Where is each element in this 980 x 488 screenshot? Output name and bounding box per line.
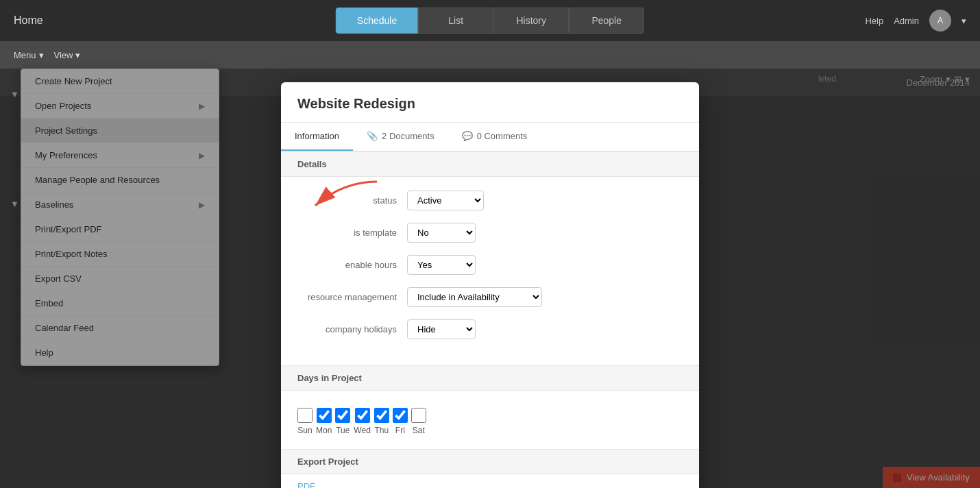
- company-holidays-select[interactable]: Hide Show: [407, 319, 476, 339]
- status-row: status Active On Hold Complete Template: [297, 191, 683, 210]
- admin-link[interactable]: Admin: [894, 16, 919, 26]
- company-holidays-row: company holidays Hide Show: [297, 319, 683, 339]
- resource-management-select[interactable]: Include in Availability Exclude from Ava…: [407, 287, 542, 307]
- status-label: status: [297, 195, 407, 206]
- days-grid: Sun Mon Tue Wed: [297, 408, 683, 435]
- status-select[interactable]: Active On Hold Complete Template: [407, 191, 484, 210]
- day-tue: Tue: [335, 408, 350, 435]
- second-bar: Menu ▾ View ▾: [0, 41, 980, 69]
- is-template-label: is template: [297, 228, 407, 238]
- day-tue-checkbox[interactable]: [335, 408, 350, 423]
- day-wed-label: Wed: [354, 426, 370, 435]
- modal-tab-documents[interactable]: 📎 2 Documents: [353, 123, 448, 151]
- top-right: Help Admin A ▾: [865, 10, 966, 32]
- dropdown-arrow-icon[interactable]: ▾: [961, 16, 966, 26]
- day-fri: Fri: [393, 408, 408, 435]
- modal-dialog: Website Redesign Information 📎 2 Documen…: [281, 82, 699, 488]
- enable-hours-select[interactable]: Yes No: [407, 255, 476, 275]
- day-thu-label: Thu: [374, 426, 389, 435]
- day-sun: Sun: [297, 408, 313, 435]
- day-mon: Mon: [316, 408, 332, 435]
- modal-overlay: Website Redesign Information 📎 2 Documen…: [0, 69, 980, 488]
- tab-comments-label: 0 Comments: [477, 131, 528, 141]
- view-label: View: [54, 50, 73, 60]
- modal-tab-information[interactable]: Information: [281, 123, 353, 151]
- export-pdf-link[interactable]: PDF: [297, 481, 683, 488]
- day-wed: Wed: [354, 408, 370, 435]
- company-holidays-label: company holidays: [297, 324, 407, 334]
- day-mon-checkbox[interactable]: [317, 408, 332, 423]
- comment-icon: 💬: [462, 131, 473, 141]
- is-template-select[interactable]: No Yes: [407, 223, 476, 243]
- day-wed-checkbox[interactable]: [355, 408, 370, 423]
- tab-information-label: Information: [295, 131, 339, 141]
- days-area: Sun Mon Tue Wed: [281, 391, 699, 449]
- modal-body: Details status Active On Hold Complete T…: [281, 151, 699, 488]
- resource-management-label: resource management: [297, 292, 407, 302]
- details-section-header: Details: [281, 151, 699, 177]
- day-sat: Sat: [411, 408, 426, 435]
- paperclip-icon: 📎: [367, 131, 378, 141]
- modal-title: Website Redesign: [297, 96, 683, 112]
- help-link[interactable]: Help: [865, 16, 883, 26]
- day-sat-checkbox[interactable]: [411, 408, 426, 423]
- day-fri-label: Fri: [395, 426, 405, 435]
- tab-documents-label: 2 Documents: [382, 131, 434, 141]
- top-bar: Home Schedule List History People Help A…: [0, 0, 980, 41]
- avatar[interactable]: A: [929, 10, 951, 32]
- home-title: Home: [14, 14, 43, 27]
- day-sun-label: Sun: [297, 426, 312, 435]
- day-mon-label: Mon: [316, 426, 332, 435]
- export-area: PDF CSV: [281, 474, 699, 488]
- day-thu: Thu: [374, 408, 389, 435]
- main-area: leted December 2014 Zoom ▾ ⊞ ▾ ▼ Buildou…: [0, 69, 980, 488]
- view-button[interactable]: View ▾: [54, 50, 81, 60]
- day-tue-label: Tue: [336, 426, 350, 435]
- menu-label: Menu: [14, 50, 36, 60]
- day-thu-checkbox[interactable]: [374, 408, 389, 423]
- menu-chevron-icon: ▾: [39, 50, 44, 60]
- day-sun-checkbox[interactable]: [297, 408, 313, 423]
- form-area: status Active On Hold Complete Template …: [281, 177, 699, 365]
- enable-hours-row: enable hours Yes No: [297, 255, 683, 275]
- tab-schedule[interactable]: Schedule: [336, 8, 418, 34]
- view-chevron-icon: ▾: [75, 50, 80, 60]
- export-section-header: Export Project: [281, 449, 699, 474]
- modal-tab-comments[interactable]: 💬 0 Comments: [448, 123, 541, 151]
- tab-history[interactable]: History: [493, 8, 569, 34]
- day-sat-label: Sat: [413, 426, 425, 435]
- days-section-header: Days in Project: [281, 365, 699, 391]
- is-template-row: is template No Yes: [297, 223, 683, 243]
- enable-hours-label: enable hours: [297, 260, 407, 270]
- modal-tabs: Information 📎 2 Documents 💬 0 Comments: [281, 123, 699, 151]
- nav-tabs: Schedule List History People: [336, 8, 644, 34]
- tab-list[interactable]: List: [418, 8, 493, 34]
- modal-header: Website Redesign: [281, 82, 699, 123]
- day-fri-checkbox[interactable]: [393, 408, 408, 423]
- tab-people[interactable]: People: [569, 8, 644, 34]
- menu-button[interactable]: Menu ▾: [14, 50, 44, 60]
- resource-management-row: resource management Include in Availabil…: [297, 287, 683, 307]
